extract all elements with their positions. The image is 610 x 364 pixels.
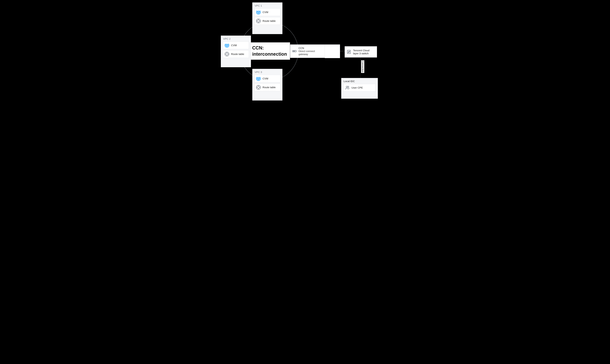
vpc1-route: Route table: [254, 17, 280, 25]
svg-point-23: [347, 86, 349, 87]
layer3-switch-node: Tencent Cloud layer 3 switch: [345, 46, 377, 57]
vpc1-route-label: Route table: [263, 19, 276, 22]
svg-point-19: [294, 51, 294, 52]
user-icon: [345, 85, 350, 90]
vpc1-cvm-label: CVM: [263, 11, 268, 14]
vpc3-panel: VPC 3 CVM Route table: [252, 69, 282, 101]
user-cpe: User CPE: [343, 84, 376, 91]
ccn-center-label: CCN: interconnection: [251, 42, 290, 60]
vpc3-route-label: Route table: [263, 86, 276, 89]
vpc2-cvm: CVM: [223, 41, 249, 49]
cvm-icon: [256, 10, 261, 15]
vpc3-cvm-label: CVM: [263, 77, 268, 80]
vpc3-route: Route table: [254, 84, 280, 91]
cvm-icon: [256, 76, 261, 81]
vpc1-title: VPC 1: [255, 4, 280, 7]
user-cpe-label: User CPE: [351, 86, 363, 89]
svg-point-18: [293, 51, 294, 52]
vpc2-route-label: Route table: [231, 53, 244, 55]
vpc2-title: VPC 2: [223, 37, 249, 40]
ccn-gateway-node: CCN Direct connect gateway: [290, 44, 325, 58]
gateway-sub: Direct connect gateway: [299, 50, 315, 56]
vpc3-cvm: CVM: [254, 75, 280, 82]
route-table-icon: [256, 85, 261, 90]
tunnel-pad: [325, 44, 340, 58]
route-table-icon: [224, 52, 229, 56]
vpc2-cvm-label: CVM: [231, 44, 237, 47]
vpc2-route: Route table: [223, 50, 249, 58]
vpc1-cvm: CVM: [254, 8, 280, 16]
gateway-title: CCN: [299, 47, 315, 50]
vpc3-title: VPC 3: [255, 71, 280, 74]
vpc2-panel: VPC 2 CVM Route table: [221, 36, 251, 67]
gateway-icon: [292, 49, 297, 54]
svg-rect-21: [347, 50, 350, 54]
vpc1-panel: VPC 1 CVM Route table: [252, 2, 282, 34]
route-table-icon: [256, 18, 261, 23]
svg-point-22: [346, 86, 347, 88]
svg-point-20: [294, 51, 295, 52]
switch-label: Tencent Cloud layer 3 switch: [353, 49, 369, 55]
idc-title: Local IDC: [344, 80, 376, 83]
connection-label: Connection: [361, 60, 364, 73]
local-idc-panel: Local IDC User CPE: [341, 78, 378, 99]
switch-icon: [347, 50, 351, 54]
cvm-icon: [224, 43, 229, 48]
diagram-stage: VPC 1 CVM Route table VPC 2 CVM Rou: [220, 0, 390, 107]
